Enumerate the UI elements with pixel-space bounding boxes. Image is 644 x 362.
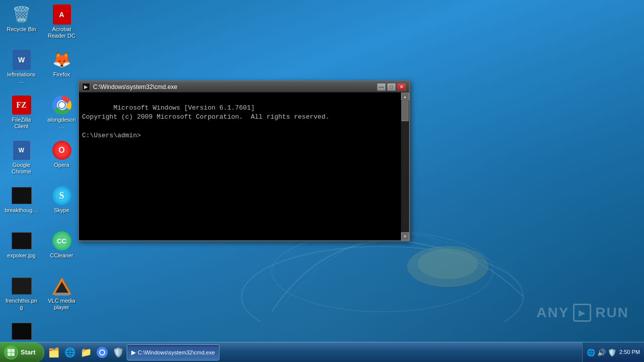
cmd-minimize-button[interactable]: —	[377, 83, 386, 91]
acrobat-label: Acrobat Reader DC	[45, 26, 78, 39]
alongdescri-icon: W	[12, 140, 32, 160]
cmd-content: Microsoft Windows [Version 6.1.7601] Cop…	[79, 93, 401, 240]
svg-point-14	[100, 350, 104, 354]
alongdescri-label: Google Chrome	[5, 162, 38, 175]
filezilla-label: FileZilla Client	[5, 117, 38, 130]
cmd-close-button[interactable]: ✕	[397, 83, 406, 91]
desktop-icon-alongdescri[interactable]: W Google Chrome	[3, 138, 40, 184]
taskbar-shield-icon[interactable]: 🛡️	[608, 348, 616, 356]
windows-logo-icon	[7, 348, 15, 356]
anyrun-watermark: ANY ▶ RUN	[536, 304, 629, 322]
svg-point-7	[59, 102, 65, 108]
desktop-icon-recycle-bin[interactable]: 🗑️ Recycle Bin	[3, 3, 40, 48]
skype-label: Skype	[54, 207, 69, 214]
cmd-titlebar: ▶ C:\Windows\system32\cmd.exe — □ ✕	[79, 81, 409, 93]
taskbar-cmd-label: C:\Windows\system32\cmd.exe	[138, 349, 215, 355]
start-label: Start	[21, 348, 36, 356]
anyrun-text-run: RUN	[595, 305, 629, 321]
opera-icon: O	[52, 140, 72, 160]
cmd-line4: C:\Users\admin>	[82, 132, 141, 139]
vlc-icon	[52, 276, 72, 296]
desktop-icon-skype[interactable]: S Skype	[43, 184, 80, 229]
cmd-scrollbar[interactable]: ▲ ▼	[401, 93, 409, 240]
breakthoug-label: breakthoug…	[5, 207, 38, 214]
anyrun-play-icon: ▶	[573, 304, 591, 322]
start-orb	[4, 345, 18, 359]
cmd-line2: Copyright (c) 2009 Microsoft Corporation…	[82, 113, 329, 121]
desktop: 🗑️ Recycle Bin A Acrobat Reader DC W lef…	[0, 0, 644, 362]
taskbar-programs: 🗂️ 🌐 📁 🛡️ ▶ C:\Windows\system32\cmd.exe	[44, 342, 221, 362]
start-button[interactable]: Start	[0, 342, 44, 363]
cmd-window-controls: — □ ✕	[377, 83, 406, 91]
recycle-bin-label: Recycle Bin	[7, 26, 36, 33]
expoker-label: expoker.jpg	[7, 252, 35, 259]
desktop-icon-acrobat[interactable]: A Acrobat Reader DC	[43, 3, 80, 48]
taskbar-security-icon[interactable]: 🛡️	[111, 345, 126, 360]
frenchthis-icon	[12, 276, 32, 296]
filezilla-icon: FZ	[12, 95, 32, 115]
chrome-icon	[52, 95, 72, 115]
cmd-window-icon: ▶	[82, 83, 90, 91]
acrobat-icon: A	[52, 5, 72, 25]
frenchthis-label: frenchthis.png	[5, 298, 38, 311]
desktop-icon-leftrelations[interactable]: W leftrelations…	[3, 48, 40, 93]
svg-rect-8	[8, 349, 11, 352]
scrollbar-down-button[interactable]: ▼	[401, 232, 409, 240]
taskbar-sys-icon-group: 🌐 🔊 🛡️	[587, 348, 616, 356]
ccleaner-label: CCleaner	[50, 252, 73, 259]
taskbar-ie-icon[interactable]: 🌐	[62, 345, 77, 360]
cmd-window[interactable]: ▶ C:\Windows\system32\cmd.exe — □ ✕ Micr…	[78, 80, 410, 241]
desktop-icon-expoker[interactable]: expoker.jpg	[3, 229, 40, 274]
scrollbar-up-button[interactable]: ▲	[401, 93, 409, 101]
desktop-icon-vlc[interactable]: VLC media player	[43, 274, 80, 319]
itsdec-icon	[12, 321, 32, 341]
desktop-icons-grid: 🗑️ Recycle Bin A Acrobat Reader DC W lef…	[3, 3, 83, 362]
desktop-icon-breakthoug[interactable]: breakthoug…	[3, 184, 40, 229]
leftrelations-icon: W	[12, 50, 32, 70]
desktop-icon-firefox[interactable]: 🦊 Firefox	[43, 48, 80, 93]
cmd-body[interactable]: Microsoft Windows [Version 6.1.7601] Cop…	[79, 93, 409, 240]
scrollbar-thumb[interactable]	[401, 101, 409, 121]
vlc-label: VLC media player	[45, 298, 78, 311]
desktop-icon-ccleaner[interactable]: CC CCleaner	[43, 229, 80, 274]
taskbar-time: 2:50 PM	[619, 348, 640, 356]
desktop-icon-filezilla[interactable]: FZ FileZilla Client	[3, 93, 40, 138]
taskbar-network-icon[interactable]: 🌐	[587, 348, 595, 356]
taskbar-explorer-icon[interactable]: 🗂️	[46, 345, 61, 360]
taskbar-system-tray: 🌐 🔊 🛡️ 2:50 PM	[582, 342, 644, 362]
leftrelations-label: leftrelations…	[5, 71, 38, 84]
taskbar-chrome-quick-icon[interactable]	[95, 345, 110, 360]
chrome-label: alongdescri…	[45, 117, 78, 130]
firefox-label: Firefox	[53, 71, 70, 78]
cmd-maximize-button[interactable]: □	[387, 83, 396, 91]
anyrun-text-any: ANY	[536, 305, 569, 321]
cmd-title-text: C:\Windows\system32\cmd.exe	[93, 83, 377, 90]
svg-point-3	[418, 249, 478, 279]
breakthoug-icon	[12, 186, 32, 206]
taskbar: Start 🗂️ 🌐 📁 🛡️ ▶ C:\Windows\system32\cm…	[0, 342, 644, 362]
taskbar-folder-icon[interactable]: 📁	[78, 345, 94, 360]
svg-rect-11	[12, 352, 15, 356]
recycle-bin-icon: 🗑️	[12, 5, 32, 25]
taskbar-sound-icon[interactable]: 🔊	[597, 348, 606, 356]
desktop-icon-chrome[interactable]: alongdescri…	[43, 93, 80, 138]
taskbar-cmd-button[interactable]: ▶ C:\Windows\system32\cmd.exe	[127, 344, 219, 360]
firefox-icon: 🦊	[52, 50, 72, 70]
ccleaner-icon: CC	[52, 231, 72, 251]
desktop-icon-frenchthis[interactable]: frenchthis.png	[3, 274, 40, 319]
desktop-icon-opera[interactable]: O Opera	[43, 138, 80, 184]
cmd-line1: Microsoft Windows [Version 6.1.7601]	[113, 104, 255, 112]
opera-label: Opera	[54, 162, 69, 168]
svg-rect-10	[8, 352, 11, 356]
expoker-icon	[12, 231, 32, 251]
taskbar-cmd-icon: ▶	[131, 349, 136, 356]
svg-rect-9	[12, 349, 15, 352]
taskbar-clock[interactable]: 2:50 PM	[619, 348, 640, 356]
skype-icon: S	[52, 186, 72, 206]
scrollbar-track[interactable]	[401, 101, 409, 232]
